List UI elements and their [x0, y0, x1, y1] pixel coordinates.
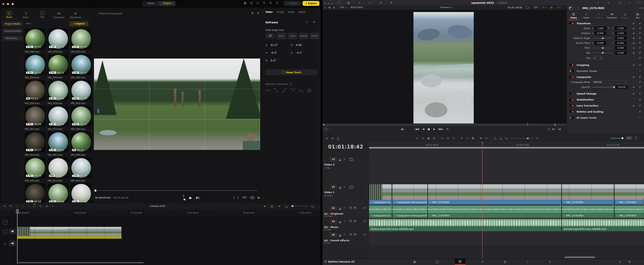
- pitch-input[interactable]: 0.000: [614, 46, 627, 50]
- asset-nav-tab[interactable]: Text: [36, 11, 48, 18]
- vertical-scrollbar[interactable]: [642, 199, 644, 205]
- reset-icon[interactable]: ↺: [639, 56, 641, 59]
- composite-section[interactable]: Composite ◆↺: [567, 74, 644, 80]
- playhead-line[interactable]: [17, 209, 18, 264]
- tools-icon[interactable]: ✂: [626, 1, 634, 4]
- ripple-icon[interactable]: ⇹: [276, 205, 282, 208]
- keyframe-icon[interactable]: ◆: [633, 42, 634, 44]
- solo-button[interactable]: S: [349, 233, 352, 236]
- viewer-ratio-icon[interactable]: ∨: [324, 128, 329, 130]
- flip-vertical-button[interactable]: ↕: [598, 56, 603, 60]
- scrub-playhead[interactable]: [528, 123, 528, 126]
- reset-icon[interactable]: ↺: [639, 98, 641, 101]
- ai-super-scale-toggle[interactable]: [569, 116, 574, 119]
- enhanced-viewer-icon[interactable]: ✦∨: [542, 6, 546, 9]
- a2-audio-clip[interactable]: [369, 219, 561, 227]
- position-x-input[interactable]: 0.000: [594, 31, 606, 35]
- media-pool-icon[interactable]: ▦: [344, 1, 352, 4]
- viewer-video-frame[interactable]: [414, 12, 474, 123]
- viewer-options-icon[interactable]: •••: [557, 6, 561, 9]
- tab-audio[interactable]: ♪Audio: [580, 11, 593, 20]
- magnetic-snap-icon[interactable]: ◫: [269, 205, 275, 208]
- position-lock-icon[interactable]: [470, 136, 476, 141]
- keyframe-icon[interactable]: ◆: [633, 76, 634, 78]
- crop-remove-icon[interactable]: ⊠: [258, 196, 260, 199]
- timeline-selector[interactable]: Timeline 1∨: [440, 6, 453, 9]
- razor-tool-icon[interactable]: ▦: [426, 136, 431, 141]
- reset-icon[interactable]: ↺: [639, 104, 641, 107]
- anchor-y-input[interactable]: 0.000: [614, 41, 627, 45]
- in-point-handle[interactable]: [323, 124, 324, 126]
- media-item[interactable]: 8K 00:13 VID_029.insv: [25, 80, 46, 106]
- voiceover-icon[interactable]: [335, 136, 341, 141]
- track-header-a1[interactable]: A1 ‹|› S M 2.0 A1 - Origional 25 Clips: [322, 205, 369, 219]
- flip-horizontal-button[interactable]: ⇄: [592, 56, 597, 60]
- media-item[interactable]: HDR 00:26 VID_015.insv: [48, 157, 69, 183]
- media-item[interactable]: 5.7K+ 00:04 VID_046.insv: [25, 28, 46, 54]
- inspector-options-icon[interactable]: •••: [639, 6, 644, 10]
- project-timeline-ruler[interactable]: 00:00:00:0000:30:00:0001:00:00:0001:30:0…: [0, 209, 320, 216]
- stop-button[interactable]: ■: [428, 128, 430, 130]
- dynamic-zoom-section[interactable]: Dynamic Zoom ↺: [567, 68, 644, 74]
- track-header-a3[interactable]: A3 ‹|› S M 2.0 A3 - Sound effects 0 Clip: [322, 232, 369, 245]
- viewer-menu-icon[interactable]: ≡: [257, 11, 259, 14]
- panel-tab[interactable]: Adjust: [298, 11, 306, 13]
- v1-filmstrip[interactable]: [369, 184, 644, 200]
- roll-field[interactable]: ↻0.0°: [266, 59, 276, 62]
- stabilization-section[interactable]: Stabilization ↺: [567, 97, 644, 102]
- media-item[interactable]: 5.7K+ 00:17 VID_020.insv: [71, 106, 92, 132]
- scale-option-icon[interactable]: ∨: [526, 6, 530, 9]
- mixer-icon[interactable]: ≋: [604, 1, 613, 4]
- zoom-in-icon[interactable]: [311, 205, 314, 208]
- asset-nav-tab[interactable]: Media: [3, 11, 15, 18]
- prev-edit-icon[interactable]: |◀: [558, 128, 560, 130]
- page-media[interactable]: ▣: [409, 259, 420, 265]
- music-track-mute-button[interactable]: [9, 241, 16, 246]
- opacity-input[interactable]: 100.00: [616, 85, 628, 89]
- cropping-section[interactable]: Cropping ◆↺: [567, 62, 644, 68]
- keyframe-icon[interactable]: ◆: [633, 37, 634, 39]
- flag-clip-icon[interactable]: ⚑∨: [478, 136, 484, 141]
- media-item[interactable]: 5.7K+ 00:15 VID_043.insv: [71, 80, 92, 106]
- media-item[interactable]: 5.7K+ 00:16 VID_072.insv: [48, 106, 69, 132]
- zoom-detail-icon[interactable]: [498, 136, 503, 141]
- dual-viewer-icon[interactable]: ▦: [328, 6, 330, 9]
- mute-button[interactable]: M: [354, 206, 357, 209]
- color-viewer-icon[interactable]: ◍: [551, 6, 553, 9]
- solo-button[interactable]: S: [349, 206, 352, 209]
- delete-icon[interactable]: [32, 205, 38, 208]
- a1-clip-name[interactable]: ∞IMG_1578.MOV: [428, 213, 561, 218]
- page-edit[interactable]: [455, 259, 466, 265]
- insert-clip-icon[interactable]: ⧈: [440, 136, 445, 141]
- timeline-video-clip[interactable]: VID_073_073.insv 00:49:12:07: [17, 227, 122, 236]
- page-cut[interactable]: ◫: [432, 259, 442, 265]
- split-icon[interactable]: )|(: [20, 205, 26, 208]
- reset-icon[interactable]: ↺: [639, 22, 641, 25]
- trim-edit-mode-icon[interactable]: ⇹: [420, 136, 426, 141]
- library-section-button[interactable]: Project Media: [2, 21, 23, 26]
- page-fairlight[interactable]: ♪: [522, 259, 533, 265]
- undo-icon[interactable]: ↺: [2, 205, 8, 208]
- position-y-input[interactable]: 0.000: [614, 31, 627, 35]
- viewer-scrub-bar[interactable]: [322, 123, 566, 126]
- proxy-quality-icon[interactable]: HQ∨: [534, 6, 539, 8]
- scale-field[interactable]: ⊡0.90: [291, 43, 302, 46]
- home-icon[interactable]: ⌂: [619, 260, 621, 264]
- go-to-start-button[interactable]: |◀◀: [414, 128, 419, 130]
- flags-icon[interactable]: ❖: [330, 136, 335, 141]
- reset-icon[interactable]: ↺: [639, 51, 641, 54]
- timeline-position-band[interactable]: [369, 147, 644, 149]
- media-item[interactable]: 5.7K+ 00:36: [71, 183, 92, 202]
- media-item[interactable]: 5.7K+ 00:24 VID_035.insv: [25, 157, 46, 183]
- replace-clip-icon[interactable]: ↷: [451, 136, 456, 141]
- media-item[interactable]: 8K 00:22 VID_030.insv: [71, 132, 92, 157]
- zoom-window-button[interactable]: [12, 3, 14, 5]
- inspector-toggle-icon[interactable]: ∨: [637, 1, 640, 4]
- reset-icon[interactable]: ↺: [639, 116, 641, 119]
- tracking-icon[interactable]: ⌖: [50, 205, 56, 208]
- viewer-seek-bar[interactable]: [95, 190, 258, 191]
- tab-video[interactable]: ▥Video: [567, 11, 580, 20]
- a1-clip-name[interactable]: ∞instagramm-re...: [369, 213, 392, 218]
- single-viewer-icon[interactable]: ◰: [324, 6, 326, 9]
- go-to-end-button[interactable]: ▶▶|: [439, 128, 443, 130]
